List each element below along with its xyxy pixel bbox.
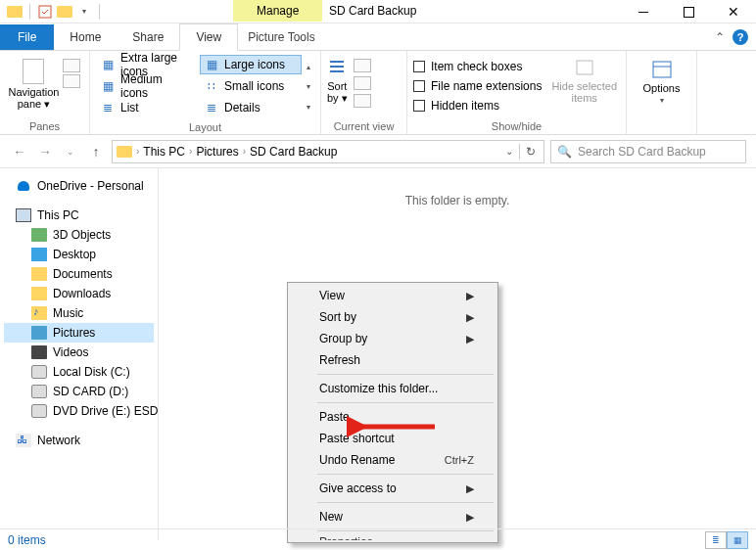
breadcrumb-dropdown[interactable]: ⌄ (505, 146, 513, 157)
breadcrumb[interactable]: › This PC› Pictures› SD Card Backup ⌄ ↻ (112, 140, 544, 163)
title-bar: ▾ Manage SD Card Backup ─ ✕ (0, 0, 756, 23)
ctx-group-by[interactable]: Group by▶ (290, 328, 496, 349)
manage-contextual-tab[interactable]: Manage (233, 0, 322, 22)
crumb-current[interactable]: SD Card Backup (250, 145, 337, 159)
tree-network[interactable]: 🖧Network (4, 431, 154, 450)
folder-icon (6, 3, 24, 21)
tree-3d-objects[interactable]: 3D Objects (4, 225, 154, 245)
items-count: 0 items (8, 533, 46, 547)
svg-rect-2 (577, 61, 592, 74)
file-tab[interactable]: File (0, 24, 54, 50)
tree-desktop[interactable]: Desktop (4, 245, 154, 264)
minimize-button[interactable]: ─ (621, 0, 666, 23)
item-check-boxes-checkbox[interactable]: Item check boxes (413, 57, 542, 76)
tree-videos[interactable]: Videos (4, 343, 154, 362)
qat-dropdown[interactable]: ▾ (75, 3, 93, 21)
search-icon: 🔍 (557, 145, 572, 159)
options-button[interactable]: Options ▾ (633, 55, 690, 105)
show-hide-label: Show/hide (413, 118, 620, 132)
refresh-button[interactable]: ↻ (526, 145, 536, 159)
panes-label: Panes (6, 118, 83, 132)
recent-locations-button[interactable]: ⌄ (61, 142, 80, 161)
tree-documents[interactable]: Documents (4, 264, 154, 284)
current-view-group: Sort by ▾ Current view (321, 51, 407, 134)
preview-pane-button[interactable] (63, 59, 80, 72)
details-button[interactable]: ≣Details (200, 98, 302, 117)
details-view-button[interactable]: ≣ (705, 531, 727, 549)
hidden-items-checkbox[interactable]: Hidden items (413, 96, 542, 115)
large-icons-button[interactable]: ▦Large icons (200, 55, 302, 74)
help-icon[interactable]: ? (732, 29, 748, 45)
ctx-refresh[interactable]: Refresh (290, 349, 496, 371)
home-tab[interactable]: Home (54, 24, 117, 50)
size-columns-button[interactable] (354, 94, 371, 108)
ctx-paste[interactable]: Paste (290, 406, 496, 428)
up-button[interactable]: ↑ (86, 142, 106, 161)
context-menu: View▶ Sort by▶ Group by▶ Refresh Customi… (287, 282, 498, 543)
tree-onedrive[interactable]: OneDrive - Personal (4, 176, 154, 196)
close-button[interactable]: ✕ (711, 0, 756, 23)
navigation-tree[interactable]: OneDrive - Personal This PC 3D Objects D… (0, 168, 159, 540)
crumb-thispc[interactable]: This PC› (143, 145, 192, 159)
file-name-extensions-checkbox[interactable]: File name extensions (413, 76, 542, 96)
svg-rect-0 (39, 6, 51, 18)
details-pane-button[interactable] (63, 74, 80, 88)
medium-icons-button[interactable]: ▦Medium icons (96, 76, 198, 96)
share-tab[interactable]: Share (117, 24, 179, 50)
add-columns-button[interactable] (354, 76, 371, 90)
svg-rect-3 (653, 62, 671, 77)
tree-sd-card[interactable]: SD CARD (D:) (4, 382, 154, 401)
ribbon-tabs: File Home Share View Picture Tools ⌃ ? (0, 23, 756, 51)
extra-large-icons-button[interactable]: ▦Extra large icons (96, 55, 198, 74)
panes-group: Navigation pane ▾ Panes (0, 51, 90, 134)
layout-group: ▦Extra large icons ▦Large icons ▦Medium … (90, 51, 321, 134)
small-icons-button[interactable]: ∷Small icons (200, 76, 302, 96)
empty-folder-message: This folder is empty. (405, 194, 509, 207)
sort-by-button[interactable]: Sort by ▾ (327, 59, 348, 105)
tree-dvd[interactable]: DVD Drive (E:) ESD-IS (4, 401, 154, 421)
folder-qat-icon (56, 3, 73, 21)
tree-local-disk[interactable]: Local Disk (C:) (4, 362, 154, 382)
layout-scroll[interactable]: ▴▾▾ (302, 55, 314, 119)
current-view-label: Current view (327, 118, 401, 132)
large-icons-view-button[interactable]: ▦ (727, 531, 748, 549)
forward-button[interactable]: → (35, 142, 55, 161)
options-group: Options ▾ (627, 51, 697, 134)
address-bar: ← → ⌄ ↑ › This PC› Pictures› SD Card Bac… (0, 135, 756, 168)
window-title: SD Card Backup (329, 4, 416, 18)
collapse-ribbon-icon[interactable]: ⌃ (715, 30, 725, 44)
picture-tools-tab[interactable]: Picture Tools (238, 24, 324, 50)
properties-qat-button[interactable] (36, 3, 54, 21)
ctx-undo-rename[interactable]: Undo RenameCtrl+Z (290, 449, 496, 471)
folder-icon (117, 146, 132, 158)
back-button[interactable]: ← (10, 142, 29, 161)
nav-pane-button[interactable]: Navigation pane ▾ (9, 59, 60, 111)
ctx-new[interactable]: New▶ (290, 506, 496, 527)
tree-thispc[interactable]: This PC (4, 206, 154, 225)
tree-pictures[interactable]: Pictures (4, 323, 154, 343)
list-button[interactable]: ≣List (96, 98, 198, 117)
quick-access-toolbar: ▾ (0, 3, 104, 21)
ribbon: Navigation pane ▾ Panes ▦Extra large ico… (0, 51, 756, 135)
ctx-give-access[interactable]: Give access to▶ (290, 478, 496, 499)
ctx-view[interactable]: View▶ (290, 285, 496, 306)
search-input[interactable]: 🔍 Search SD Card Backup (550, 140, 746, 163)
status-bar: 0 items ≣ ▦ (0, 528, 756, 550)
view-tab[interactable]: View (179, 23, 238, 51)
svg-rect-1 (684, 7, 693, 17)
hide-selected-button[interactable]: Hide selected items (551, 57, 617, 115)
ctx-paste-shortcut[interactable]: Paste shortcut (290, 428, 496, 449)
tree-downloads[interactable]: Downloads (4, 284, 154, 303)
show-hide-group: Item check boxes File name extensions Hi… (407, 51, 627, 134)
maximize-button[interactable] (666, 0, 711, 23)
layout-label: Layout (96, 119, 314, 133)
ctx-sort-by[interactable]: Sort by▶ (290, 306, 496, 328)
ctx-customize[interactable]: Customize this folder... (290, 378, 496, 399)
group-by-button[interactable] (354, 59, 371, 72)
tree-music[interactable]: ♪Music (4, 303, 154, 323)
crumb-pictures[interactable]: Pictures› (196, 145, 246, 159)
